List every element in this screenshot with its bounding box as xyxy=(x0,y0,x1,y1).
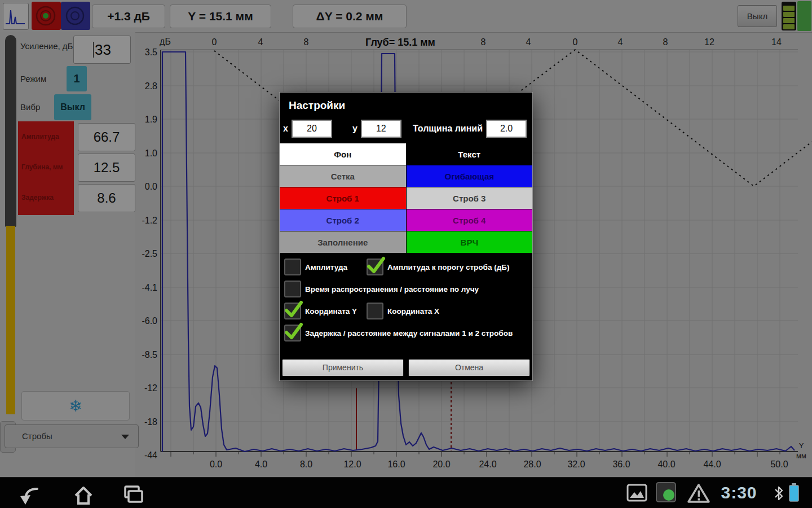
color-settings-grid: ФонТекстСеткаОгибающаяСтроб 1Строб 3Стро… xyxy=(280,143,532,253)
x-field-label: x xyxy=(283,124,288,134)
checkbox-option[interactable]: Время распространения / расстояние по лу… xyxy=(284,281,479,297)
bluetooth-icon xyxy=(773,483,786,503)
checkbox-option[interactable]: Координата X xyxy=(367,303,439,319)
line-width-input[interactable]: 2.0 xyxy=(486,120,527,138)
cancel-button[interactable]: Отмена xyxy=(408,359,530,376)
checkbox-unchecked-icon[interactable] xyxy=(284,281,301,297)
app-notification-icon[interactable] xyxy=(655,481,678,504)
color-cell[interactable]: Строб 4 xyxy=(407,209,533,231)
checkbox-row: Координата YКоордината X xyxy=(284,303,528,319)
status-clock[interactable]: 3:30 xyxy=(709,483,769,502)
apply-button[interactable]: Применить xyxy=(282,359,404,376)
checkbox-option[interactable]: Задержка / расстояние между сигналами 1 … xyxy=(284,325,513,341)
screenshot-notification-icon[interactable] xyxy=(626,483,648,504)
color-cell[interactable]: Строб 3 xyxy=(407,187,533,209)
checkbox-checked-icon[interactable] xyxy=(367,259,383,275)
x-input[interactable]: 20 xyxy=(292,120,332,138)
color-cell[interactable]: Текст xyxy=(407,143,533,165)
color-cell[interactable]: ВРЧ xyxy=(407,231,533,253)
checkbox-row: Время распространения / расстояние по лу… xyxy=(284,281,528,297)
dialog-fields-row: x 20 y 12 Толщина линий 2.0 xyxy=(280,116,532,143)
checkbox-label: Амплитуда к порогу строба (дБ) xyxy=(387,263,509,271)
back-button[interactable] xyxy=(16,481,43,507)
checkbox-unchecked-icon[interactable] xyxy=(284,259,301,275)
recent-apps-button[interactable] xyxy=(117,481,147,507)
checkbox-checked-icon[interactable] xyxy=(284,303,301,319)
checkbox-label: Амплитуда xyxy=(305,263,347,271)
settings-dialog: Настройки x 20 y 12 Толщина линий 2.0 Фо… xyxy=(279,92,533,381)
checkbox-checked-icon[interactable] xyxy=(284,325,301,341)
color-cell[interactable]: Фон xyxy=(280,143,406,165)
checkbox-row: Задержка / расстояние между сигналами 1 … xyxy=(284,325,528,341)
battery-status-icon xyxy=(787,482,802,505)
line-width-label: Толщина линий xyxy=(413,124,483,134)
home-button[interactable] xyxy=(69,481,98,507)
checkbox-unchecked-icon[interactable] xyxy=(367,303,383,319)
checkbox-option[interactable]: Амплитуда к порогу строба (дБ) xyxy=(367,259,509,275)
y-field-label: y xyxy=(352,124,358,134)
checkbox-label: Задержка / расстояние между сигналами 1 … xyxy=(305,329,513,338)
checkbox-label: Координата X xyxy=(387,307,439,316)
y-input[interactable]: 12 xyxy=(361,120,401,138)
dialog-buttons-row: Применить Отмена xyxy=(282,359,530,376)
screen: дБ3.52.81.91.00.0-1.2-2.5-4.1-6.0-8.5-12… xyxy=(0,0,812,508)
checkbox-option[interactable]: Координата Y xyxy=(284,303,367,319)
display-options-checkboxes: АмплитудаАмплитуда к порогу строба (дБ)В… xyxy=(280,253,532,341)
color-cell[interactable]: Сетка xyxy=(280,165,406,187)
color-cell[interactable]: Заполнение xyxy=(280,231,406,253)
warning-icon[interactable] xyxy=(687,483,712,504)
checkbox-label: Время распространения / расстояние по лу… xyxy=(305,285,479,294)
checkbox-label: Координата Y xyxy=(305,307,357,316)
checkbox-row: АмплитудаАмплитуда к порогу строба (дБ) xyxy=(284,259,528,275)
system-navbar: 3:30 xyxy=(0,477,812,508)
color-cell[interactable]: Строб 2 xyxy=(280,209,406,231)
dialog-title: Настройки xyxy=(280,93,532,116)
checkbox-option[interactable]: Амплитуда xyxy=(284,259,367,275)
color-cell[interactable]: Строб 1 xyxy=(280,187,406,209)
color-cell[interactable]: Огибающая xyxy=(407,165,533,187)
